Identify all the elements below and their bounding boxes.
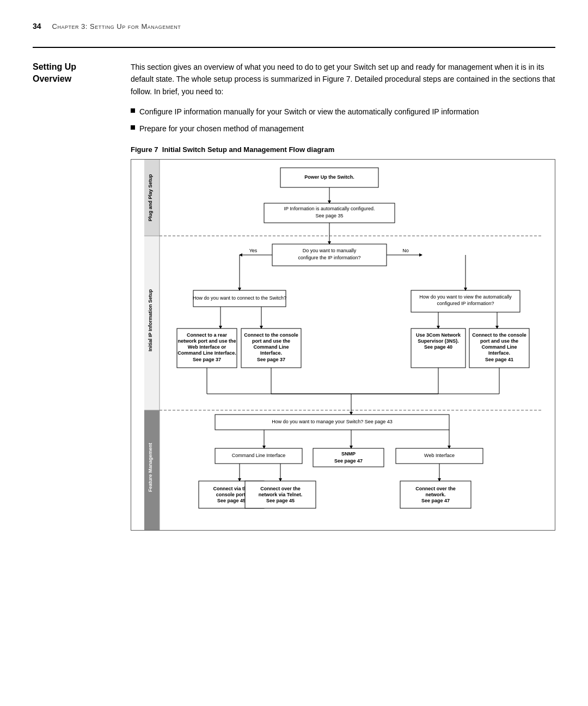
svg-text:Connect over the: Connect over the — [260, 486, 301, 492]
svg-text:See page 37: See page 37 — [257, 357, 285, 363]
svg-text:network via Telnet.: network via Telnet. — [259, 492, 302, 498]
svg-text:port and use the: port and use the — [252, 339, 290, 344]
section-title: Setting Up Overview — [33, 61, 120, 86]
svg-text:console port.: console port. — [216, 492, 247, 498]
svg-text:See page 41: See page 41 — [485, 357, 513, 363]
svg-text:See page 47: See page 47 — [334, 459, 363, 464]
svg-text:No: No — [402, 248, 409, 253]
svg-text:See page 37: See page 37 — [193, 357, 221, 363]
svg-text:Connect over the: Connect over the — [415, 486, 456, 492]
svg-text:Do you want to manually: Do you want to manually — [303, 248, 357, 254]
svg-text:network.: network. — [425, 492, 445, 498]
svg-text:configured IP information?: configured IP information? — [437, 301, 494, 307]
svg-text:Connect to the console: Connect to the console — [244, 333, 298, 338]
svg-text:SNMP: SNMP — [341, 452, 356, 457]
svg-text:See page 35: See page 35 — [315, 214, 343, 219]
svg-text:See page 45: See page 45 — [266, 498, 295, 504]
svg-text:IP Information is automaticall: IP Information is automatically configur… — [284, 206, 375, 212]
svg-text:Connect to the console: Connect to the console — [472, 333, 526, 338]
svg-text:Command Line: Command Line — [253, 345, 289, 350]
svg-text:Interface.: Interface. — [260, 351, 282, 356]
svg-text:Supervisor (3NS).: Supervisor (3NS). — [418, 339, 459, 344]
svg-text:Command Line Interface: Command Line Interface — [232, 453, 286, 459]
intro-text: This section gives an overview of what y… — [131, 61, 555, 98]
svg-text:Use 3Com Network: Use 3Com Network — [416, 333, 461, 338]
svg-text:See page 45: See page 45 — [217, 498, 246, 504]
flow-diagram: Plug and Play Setup Initial IP Informati… — [131, 159, 555, 531]
figure-caption: Figure 7 Initial Switch Setup and Manage… — [131, 145, 555, 154]
svg-text:Interface.: Interface. — [488, 351, 510, 356]
bullet-icon — [131, 108, 135, 113]
svg-text:Command Line: Command Line — [481, 345, 517, 350]
bullet-icon — [131, 125, 135, 130]
svg-text:See page 47: See page 47 — [421, 498, 450, 504]
svg-text:How do you want to manage your: How do you want to manage your Switch? S… — [272, 419, 393, 425]
svg-text:Yes: Yes — [249, 248, 258, 253]
svg-text:Connect via the: Connect via the — [213, 486, 249, 492]
svg-text:Feature Management: Feature Management — [148, 443, 153, 492]
svg-text:How do you want to view the au: How do you want to view the automaticall… — [419, 295, 512, 300]
page-header: 34 Chapter 3: Setting Up for Management — [33, 22, 555, 31]
svg-text:How do you want to connect to : How do you want to connect to the Switch… — [193, 296, 286, 301]
svg-text:port and use the: port and use the — [480, 339, 518, 344]
svg-text:Initial IP Information Setup: Initial IP Information Setup — [148, 289, 153, 351]
svg-text:See page 40: See page 40 — [424, 345, 452, 350]
svg-text:Power Up the Switch.: Power Up the Switch. — [304, 175, 354, 180]
svg-text:network port and use the: network port and use the — [177, 339, 236, 344]
svg-text:Plug and Play Setup: Plug and Play Setup — [148, 174, 153, 221]
svg-text:Web Interface or: Web Interface or — [188, 345, 226, 350]
svg-text:Command Line Interface.: Command Line Interface. — [177, 351, 236, 356]
svg-text:Web Interface: Web Interface — [424, 453, 455, 459]
bullet-list: Configure IP information manually for yo… — [131, 106, 555, 135]
list-item: Configure IP information manually for yo… — [131, 106, 555, 118]
svg-text:Connect to a rear: Connect to a rear — [187, 333, 228, 338]
list-item: Prepare for your chosen method of manage… — [131, 123, 555, 135]
svg-text:configure the IP information?: configure the IP information? — [298, 255, 361, 261]
page-number: 34 — [33, 22, 41, 31]
chapter-title: Chapter 3: Setting Up for Management — [52, 22, 181, 31]
